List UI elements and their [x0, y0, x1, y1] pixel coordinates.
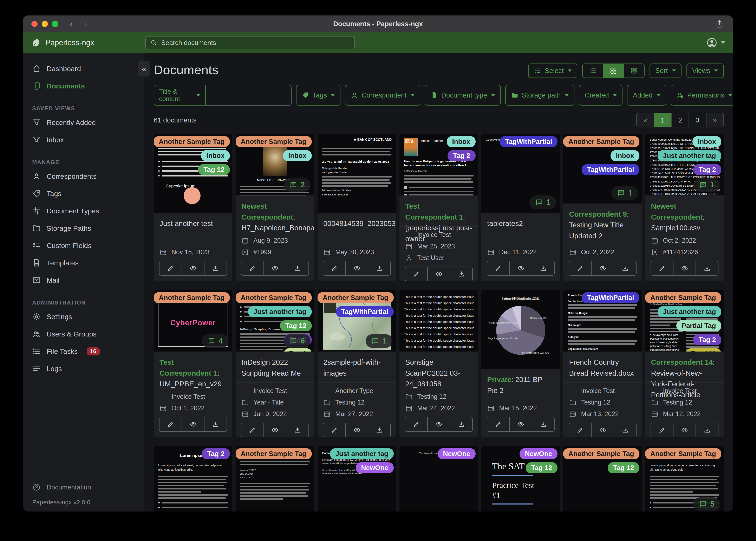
download-document-button[interactable] — [614, 423, 636, 437]
tag-another-sample-tag[interactable]: Another Sample Tag — [318, 292, 394, 303]
sidebar-item-logs[interactable]: Logs — [23, 360, 144, 377]
document-thumbnail[interactable]: Boundary Waters TripAnother Sample TagTa… — [318, 290, 396, 351]
document-title[interactable]: InDesign 2022 Scripting Read Me — [236, 351, 314, 382]
document-title[interactable]: Newest Correspondent: H7_Napoleon_Bonapa… — [236, 196, 314, 232]
document-card[interactable]: The SATPractice Test #1Make time to take… — [481, 446, 560, 511]
tag-tagwithpartial[interactable]: TagWithPartial — [336, 306, 394, 317]
comment-count-badge[interactable]: 1 — [529, 196, 556, 209]
tag-another-sample-tag[interactable]: Another Sample Tag — [563, 136, 639, 147]
filter-document-type-button[interactable]: Document type — [425, 85, 501, 106]
tag-just-another-tag[interactable]: Just another tag — [658, 306, 721, 317]
grid-view-button[interactable] — [603, 64, 624, 78]
document-thumbnail[interactable]: Country,Region/State,"TTagWithPartial1 — [481, 134, 560, 213]
document-card[interactable]: CyberPowerPowerPanel® Business EditionUs… — [154, 290, 232, 437]
preview-document-button[interactable] — [182, 261, 204, 275]
minimize-window-button[interactable] — [42, 21, 48, 27]
tag-tag-2[interactable]: Tag 2 — [693, 334, 721, 345]
tag-another-sample-tag[interactable]: Another Sample Tag — [236, 292, 312, 303]
document-card[interactable]: Serial Number,Company Name,Employe978818… — [645, 134, 724, 281]
edit-document-button[interactable] — [569, 261, 591, 275]
tag-another-sample-tag[interactable]: Another Sample Tag — [645, 448, 721, 459]
document-thumbnail[interactable]: Francja pod rNAPOLEON BONAPARTEAnother S… — [236, 134, 314, 196]
sidebar-item-tags[interactable]: Tags — [23, 185, 144, 202]
tag-tag-12[interactable]: Tag 12 — [608, 462, 639, 473]
download-document-button[interactable] — [368, 261, 390, 275]
document-title[interactable]: Just another test — [154, 213, 232, 244]
document-thumbnail[interactable]: Lorem ipsumLorem ipsum dolor sit amet, c… — [645, 446, 724, 511]
document-correspondent[interactable]: Correspondent 14 — [651, 358, 713, 366]
document-thumbnail[interactable]: This is a test for the double space char… — [399, 290, 478, 351]
document-card[interactable]: Test NameJanuary 2, 2022July 14, 1984Apr… — [236, 446, 314, 511]
tag-newone[interactable]: NewOne — [356, 462, 394, 473]
edit-document-button[interactable] — [323, 261, 345, 275]
tag-another-sample-tag[interactable]: Another Sample Tag — [236, 136, 312, 147]
sidebar-item-mail[interactable]: Mail — [23, 271, 144, 289]
document-card[interactable]: Lorem ipsumLorem ipsum dolor sit amet, c… — [154, 446, 232, 511]
tag-inbox[interactable]: Inbox — [201, 150, 230, 161]
document-title[interactable]: Sonstige ScanPC2022 03-24_081058 — [399, 351, 478, 388]
document-title[interactable]: Private: 2011 BP Pie 2 — [481, 369, 560, 400]
download-document-button[interactable] — [450, 417, 472, 431]
document-thumbnail[interactable]: Review of Arbitral Awards shows swift Re… — [645, 290, 724, 351]
filter-correspondent-button[interactable]: Correspondent — [345, 85, 420, 106]
document-title[interactable]: Correspondent 14: Review-of-New-York-Fed… — [645, 351, 724, 382]
document-thumbnail[interactable]: Test NameJanuary 2, 2022July 14, 1984Apr… — [236, 446, 314, 511]
sidebar-item-correspondents[interactable]: Correspondents — [23, 168, 144, 185]
document-correspondent[interactable]: Test Correspondent 1 — [159, 358, 217, 377]
download-document-button[interactable] — [286, 261, 308, 275]
tag-tag-12[interactable]: Tag 12 — [526, 462, 558, 473]
download-document-button[interactable] — [368, 423, 390, 437]
download-document-button[interactable] — [532, 417, 554, 431]
maximize-window-button[interactable] — [52, 21, 58, 27]
sort-button[interactable]: Sort — [650, 64, 682, 78]
comment-count-badge[interactable]: 1 — [366, 334, 392, 348]
search-input[interactable]: Search documents — [145, 36, 355, 49]
tag-newone[interactable]: NewOne — [520, 448, 558, 459]
tag-inbox[interactable]: Inbox — [283, 150, 312, 161]
tag-another-sample-tag[interactable]: Another Sample Tag — [154, 136, 230, 147]
sidebar-item-document-types[interactable]: Document Types — [23, 202, 144, 220]
document-correspondent[interactable]: Newest Correspondent — [241, 202, 293, 221]
tag-just-another-tag[interactable]: Just another tag — [248, 306, 312, 317]
comment-count-badge[interactable]: 5 — [693, 497, 720, 511]
tag-tag-2[interactable]: Tag 2 — [202, 448, 230, 459]
tag-inbox[interactable]: Inbox — [611, 150, 639, 161]
document-card[interactable]: This is a test for the double space char… — [399, 290, 478, 437]
document-thumbnail[interactable]: French Country BreadFor the LeavenMake t… — [563, 290, 642, 351]
filter-tags-button[interactable]: Tags — [296, 85, 341, 106]
preview-document-button[interactable] — [182, 417, 204, 431]
document-card[interactable]: MEDICAL TEACHERMedical TeacherHas the ne… — [399, 134, 478, 281]
pagination-page-2[interactable]: 2 — [671, 113, 689, 127]
sidebar-item-file-tasks[interactable]: File Tasks16 — [23, 343, 144, 360]
document-thumbnail[interactable]: ❋ BANK OF SCOTLAND2,0 % p. a. auf Ihr Ta… — [318, 134, 396, 213]
sidebar-item-recently-added[interactable]: Recently Added — [23, 114, 144, 131]
sidebar-item-custom-fields[interactable]: Custom Fields — [23, 237, 144, 254]
tag-just-another-tag[interactable]: Just another tag — [330, 448, 394, 459]
comment-count-badge[interactable]: 1 — [693, 178, 720, 192]
tag-another-sample-tag[interactable]: Another Sample Tag — [154, 292, 230, 303]
comment-count-badge[interactable]: 6 — [284, 334, 311, 348]
tag-partial-tag[interactable]: Partial Tag — [676, 320, 721, 331]
document-card[interactable]: French Country BreadFor the LeavenMake t… — [563, 290, 642, 437]
tag-newone[interactable]: NewOne — [438, 448, 476, 459]
user-menu[interactable] — [706, 37, 725, 48]
tag-tag-3[interactable]: Tag 3 — [284, 348, 312, 351]
document-title[interactable]: French Country Bread Revised.docx — [563, 351, 642, 382]
document-thumbnail[interactable]: The SATPractice Test #1Make time to take… — [481, 446, 560, 511]
document-card[interactable]: ❋ BANK OF SCOTLAND2,0 % p. a. auf Ihr Ta… — [318, 134, 396, 281]
document-card[interactable]: This is a testAnother Sample TagTag 12 — [563, 446, 642, 511]
edit-document-button[interactable] — [487, 417, 509, 431]
edit-document-button[interactable] — [405, 267, 427, 281]
document-title[interactable]: Newest Correspondent: Sample100.csv — [645, 196, 724, 232]
edit-document-button[interactable] — [651, 423, 673, 437]
detail-view-button[interactable] — [624, 64, 644, 78]
document-title[interactable]: Correspondent 9: Testing New Title Updat… — [563, 204, 642, 244]
edit-document-button[interactable] — [651, 261, 673, 275]
app-brand[interactable]: Paperless-ngx — [31, 38, 145, 47]
download-document-button[interactable] — [204, 417, 227, 431]
document-card[interactable]: Lorem ipsumLorem ipsum dolor sit amet, c… — [645, 446, 724, 511]
filter-storage-path-button[interactable]: Storage path — [505, 85, 574, 106]
tag-tag-12[interactable]: Tag 12 — [198, 164, 230, 175]
document-thumbnail[interactable]: one,1.0five,5.0Another Sample TagInboxTa… — [563, 134, 642, 204]
sidebar-item-inbox[interactable]: Inbox — [23, 131, 144, 149]
